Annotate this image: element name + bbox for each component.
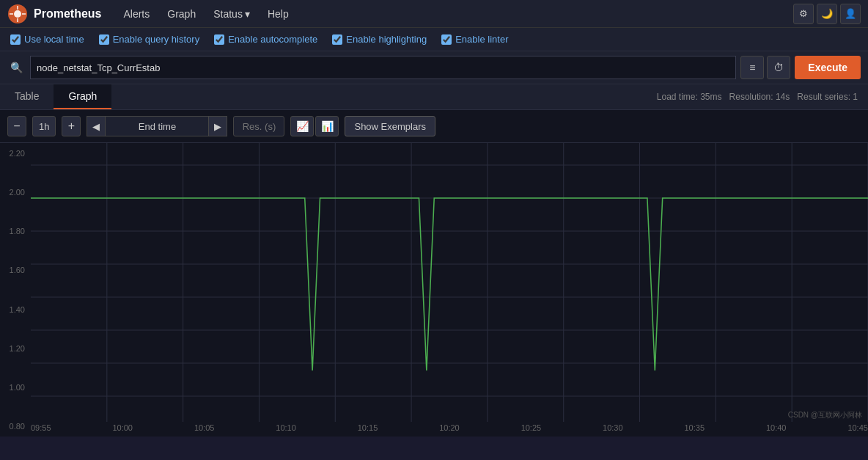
y-label-100: 1.00	[3, 383, 28, 392]
prometheus-logo	[7, 4, 28, 24]
resolution: Resolution: 14s	[729, 92, 790, 102]
nav-graph[interactable]: Graph	[160, 5, 203, 23]
y-label-220: 2.20	[3, 149, 28, 158]
y-label-160: 1.60	[3, 266, 28, 274]
show-exemplars-button[interactable]: Show Exemplars	[345, 116, 435, 136]
x-label-1035: 10:35	[685, 423, 705, 435]
x-axis: 09:55 10:00 10:05 10:10 10:15 10:20 10:2…	[31, 422, 868, 437]
chart-inner	[31, 143, 868, 422]
graph-toolbar: − 1h + ◀ End time ▶ 📈 📊 Show Exemplars	[0, 110, 868, 143]
graph-area: 2.20 2.00 1.80 1.60 1.40 1.20 1.00 0.80	[0, 143, 868, 437]
checkbox-enable-autocomplete[interactable]: Enable autocomplete	[214, 34, 317, 45]
execute-button[interactable]: Execute	[795, 56, 861, 79]
stacked-chart-button[interactable]: 📊	[315, 116, 339, 136]
x-label-0955: 09:55	[31, 423, 51, 435]
format-icon[interactable]: ≡	[740, 56, 764, 79]
chevron-down-icon: ▾	[245, 8, 250, 20]
y-label-120: 1.20	[3, 344, 28, 353]
resolution-input[interactable]	[233, 116, 284, 136]
checkbox-enable-query-history[interactable]: Enable query history	[99, 34, 200, 45]
nav-icon-group: ⚙ 🌙 👤	[793, 4, 861, 24]
svg-rect-3	[17, 18, 18, 22]
search-icon: 🔍	[7, 62, 26, 73]
x-label-1000: 10:00	[112, 423, 133, 435]
end-time-display: End time	[106, 116, 208, 136]
time-prev-button[interactable]: ◀	[87, 116, 106, 136]
chart-type-buttons: 📈 📊	[290, 116, 339, 136]
gear-icon[interactable]: ⚙	[793, 4, 814, 24]
checkbox-enable-linter[interactable]: Enable linter	[441, 34, 508, 45]
tabs-row: Table Graph Load time: 35ms Resolution: …	[0, 84, 868, 110]
svg-point-1	[14, 10, 21, 18]
decrease-time-button[interactable]: −	[7, 116, 26, 136]
moon-icon[interactable]: 🌙	[817, 4, 837, 24]
time-input-wrap: ◀ End time ▶	[87, 116, 227, 136]
search-btn-group: ≡ ⏱	[740, 56, 790, 79]
tab-graph[interactable]: Graph	[54, 84, 111, 109]
checkboxes-bar: Use local time Enable query history Enab…	[0, 28, 868, 51]
checkbox-enable-highlighting[interactable]: Enable highlighting	[332, 34, 427, 45]
x-label-1040: 10:40	[766, 423, 787, 435]
footer-note: CSDN @互联网小阿林	[788, 410, 862, 420]
x-label-1030: 10:30	[603, 423, 623, 435]
line-chart-button[interactable]: 📈	[290, 116, 314, 136]
x-label-1020: 10:20	[439, 423, 460, 435]
brand-name: Prometheus	[34, 7, 101, 21]
duration-display: 1h	[32, 116, 56, 136]
y-label-180: 1.80	[3, 227, 28, 236]
y-axis: 2.20 2.00 1.80 1.60 1.40 1.20 1.00 0.80	[0, 143, 31, 437]
result-series: Result series: 1	[797, 92, 858, 102]
y-label-200: 2.00	[3, 188, 28, 197]
nav-help[interactable]: Help	[260, 5, 296, 23]
nav-status[interactable]: Status ▾	[206, 5, 257, 23]
y-label-140: 1.40	[3, 305, 28, 314]
search-input[interactable]	[30, 56, 736, 79]
chart-svg	[31, 143, 868, 422]
x-label-1005: 10:05	[194, 423, 215, 435]
nav-links: Alerts Graph Status ▾ Help	[116, 5, 793, 23]
x-label-1045: 10:45	[847, 423, 868, 435]
navbar: Prometheus Alerts Graph Status ▾ Help ⚙ …	[0, 0, 868, 28]
search-bar: 🔍 ≡ ⏱ Execute	[0, 51, 868, 84]
brand: Prometheus	[7, 4, 101, 24]
svg-rect-2	[17, 6, 18, 10]
tab-table[interactable]: Table	[0, 84, 54, 109]
chart-line	[31, 198, 868, 370]
increase-time-button[interactable]: +	[62, 116, 81, 136]
nav-alerts[interactable]: Alerts	[116, 5, 157, 23]
svg-rect-5	[22, 13, 26, 15]
time-next-button[interactable]: ▶	[208, 116, 227, 136]
tab-meta: Load time: 35ms Resolution: 14s Result s…	[647, 86, 868, 108]
y-label-080: 0.80	[3, 422, 28, 431]
checkbox-use-local-time[interactable]: Use local time	[10, 34, 84, 45]
graph-canvas: 2.20 2.00 1.80 1.60 1.40 1.20 1.00 0.80	[0, 143, 868, 437]
x-label-1010: 10:10	[276, 423, 296, 435]
load-time: Load time: 35ms	[657, 92, 722, 102]
x-label-1015: 10:15	[358, 423, 378, 435]
x-label-1025: 10:25	[521, 423, 542, 435]
person-icon[interactable]: 👤	[840, 4, 861, 24]
svg-rect-4	[10, 13, 13, 15]
history-icon[interactable]: ⏱	[767, 56, 790, 79]
